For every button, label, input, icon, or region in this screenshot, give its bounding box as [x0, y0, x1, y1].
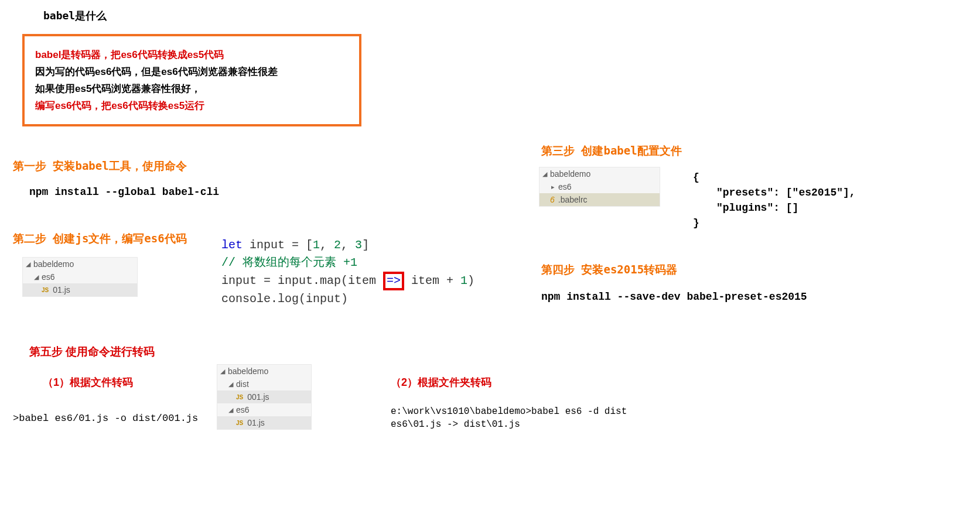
code-text: item +	[404, 274, 460, 287]
step5-sub1: （1）根据文件转码	[43, 375, 133, 389]
tree-folder-label: es6	[558, 182, 572, 191]
js-file-icon: JS	[42, 287, 49, 293]
code-num: 3	[355, 238, 362, 252]
tree-root-label: babeldemo	[228, 366, 268, 376]
intro-line-4: 编写es6代码，把es6代码转换es5运行	[35, 99, 349, 112]
intro-line-1: babel是转码器，把es6代码转换成es5代码	[35, 48, 349, 61]
tree-file-label: 01.js	[247, 418, 265, 427]
step3-file-tree: ◢ babeldemo ▸ es6 6 .babelrc	[539, 167, 660, 207]
code-line-1: let input = [1, 2, 3]	[221, 237, 474, 254]
tree-file-label: 001.js	[247, 392, 269, 402]
caret-open-icon: ◢	[542, 170, 548, 178]
tree-file[interactable]: JS 01.js	[217, 416, 311, 429]
tree-folder-label: dist	[236, 379, 249, 389]
code-text: input = [	[243, 238, 313, 252]
intro-line-2: 因为写的代码es6代码，但是es6代码浏览器兼容性很差	[35, 65, 349, 78]
step1-cmd: npm install --global babel-cli	[29, 186, 219, 198]
step1-heading: 第一步 安装babel工具，使用命令	[13, 159, 187, 174]
step5-cmd1: >babel es6/01.js -o dist/001.js	[13, 413, 198, 424]
code-num: 2	[334, 238, 341, 252]
code-arrow: =>	[387, 274, 401, 287]
code-num: 1	[460, 274, 467, 287]
caret-open-icon: ◢	[228, 381, 234, 388]
json-line-3: "plugins": []	[693, 200, 856, 215]
json-line-2: "presets": ["es2015"],	[693, 185, 856, 200]
tree-folder[interactable]: ◢ dist	[217, 378, 311, 390]
code-text: ,	[341, 238, 355, 252]
arrow-highlight-box: =>	[383, 272, 404, 290]
tree-folder[interactable]: ◢ es6	[217, 403, 311, 416]
tree-folder[interactable]: ◢ es6	[23, 270, 137, 283]
code-text: ,	[320, 238, 334, 252]
caret-open-icon: ◢	[228, 406, 234, 414]
step2-code: let input = [1, 2, 3] // 将数组的每个元素 +1 inp…	[221, 237, 474, 308]
json-line-4: }	[693, 215, 856, 231]
json-line-1: {	[693, 170, 856, 185]
caret-open-icon: ◢	[33, 273, 39, 281]
code-line-2: // 将数组的每个元素 +1	[221, 254, 474, 272]
code-text: )	[467, 274, 474, 287]
code-kw: let	[221, 238, 243, 252]
js-file-icon: JS	[236, 394, 243, 400]
step5-sub2: （2）根据文件夹转码	[391, 375, 491, 389]
step3-json: { "presets": ["es2015"], "plugins": [] }	[693, 170, 856, 231]
term-line-1: e:\work\vs1010\babeldemo>babel es6 -d di…	[391, 405, 627, 418]
step4-heading: 第四步 安装es2015转码器	[541, 262, 677, 278]
step5-file-tree: ◢ babeldemo ◢ dist JS 001.js ◢ es6 JS 01…	[217, 364, 312, 430]
code-text: ]	[362, 238, 369, 252]
js-file-icon: JS	[236, 420, 243, 426]
tree-file-selected[interactable]: 6 .babelrc	[539, 193, 660, 206]
step4-cmd: npm install --save-dev babel-preset-es20…	[541, 291, 807, 303]
tree-file-selected[interactable]: JS 01.js	[23, 283, 137, 296]
step5-heading: 第五步 使用命令进行转码	[29, 344, 155, 359]
tree-root[interactable]: ◢ babeldemo	[539, 167, 660, 180]
code-num: 1	[313, 238, 320, 252]
tree-file-label: 01.js	[53, 285, 70, 294]
tree-root[interactable]: ◢ babeldemo	[217, 365, 311, 378]
tree-folder-label: es6	[42, 272, 55, 282]
step2-heading: 第二步 创建js文件，编写es6代码	[13, 231, 187, 246]
tree-file[interactable]: JS 001.js	[217, 390, 311, 403]
tree-root[interactable]: ◢ babeldemo	[23, 258, 137, 270]
page-title: babel是什么	[43, 9, 107, 23]
babelrc-file-icon: 6	[550, 195, 555, 204]
tree-file-label: .babelrc	[558, 195, 588, 204]
step2-file-tree: ◢ babeldemo ◢ es6 JS 01.js	[22, 257, 138, 297]
caret-open-icon: ◢	[220, 368, 226, 375]
term-line-2: es6\01.js -> dist\01.js	[391, 418, 627, 431]
code-line-4: console.log(input)	[221, 290, 474, 308]
intro-box: babel是转码器，把es6代码转换成es5代码 因为写的代码es6代码，但是e…	[22, 34, 361, 126]
tree-folder-label: es6	[236, 405, 250, 414]
code-text: input = input.map(item	[221, 274, 383, 287]
caret-closed-icon: ▸	[550, 183, 556, 191]
tree-root-label: babeldemo	[33, 259, 74, 269]
caret-open-icon: ◢	[25, 261, 31, 268]
step5-terminal: e:\work\vs1010\babeldemo>babel es6 -d di…	[391, 405, 627, 431]
code-line-3: input = input.map(item => item + 1)	[221, 272, 474, 290]
tree-folder[interactable]: ▸ es6	[539, 180, 660, 193]
step3-heading: 第三步 创建babel配置文件	[541, 143, 682, 159]
tree-root-label: babeldemo	[550, 169, 590, 179]
intro-line-3: 如果使用es5代码浏览器兼容性很好，	[35, 82, 349, 95]
